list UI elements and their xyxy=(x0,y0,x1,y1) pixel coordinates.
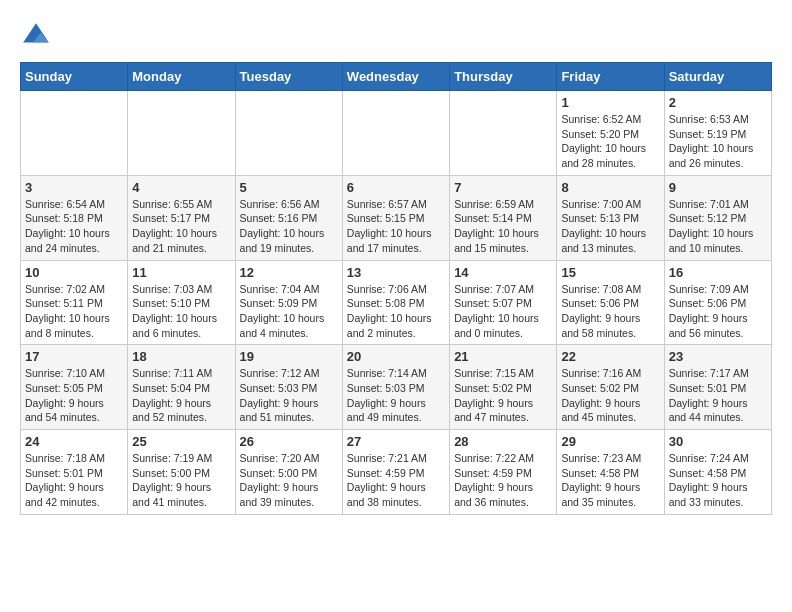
day-number: 27 xyxy=(347,434,445,449)
calendar-cell: 5Sunrise: 6:56 AM Sunset: 5:16 PM Daylig… xyxy=(235,175,342,260)
calendar-cell: 11Sunrise: 7:03 AM Sunset: 5:10 PM Dayli… xyxy=(128,260,235,345)
day-number: 20 xyxy=(347,349,445,364)
logo xyxy=(20,20,56,52)
calendar-cell: 13Sunrise: 7:06 AM Sunset: 5:08 PM Dayli… xyxy=(342,260,449,345)
day-info: Sunrise: 7:20 AM Sunset: 5:00 PM Dayligh… xyxy=(240,451,338,510)
day-number: 8 xyxy=(561,180,659,195)
day-number: 16 xyxy=(669,265,767,280)
day-number: 23 xyxy=(669,349,767,364)
calendar-cell: 17Sunrise: 7:10 AM Sunset: 5:05 PM Dayli… xyxy=(21,345,128,430)
day-info: Sunrise: 7:23 AM Sunset: 4:58 PM Dayligh… xyxy=(561,451,659,510)
logo-icon xyxy=(20,20,52,52)
day-info: Sunrise: 7:00 AM Sunset: 5:13 PM Dayligh… xyxy=(561,197,659,256)
calendar-cell: 6Sunrise: 6:57 AM Sunset: 5:15 PM Daylig… xyxy=(342,175,449,260)
calendar-cell: 16Sunrise: 7:09 AM Sunset: 5:06 PM Dayli… xyxy=(664,260,771,345)
day-info: Sunrise: 6:59 AM Sunset: 5:14 PM Dayligh… xyxy=(454,197,552,256)
calendar: SundayMondayTuesdayWednesdayThursdayFrid… xyxy=(20,62,772,515)
day-info: Sunrise: 7:21 AM Sunset: 4:59 PM Dayligh… xyxy=(347,451,445,510)
day-number: 3 xyxy=(25,180,123,195)
calendar-cell xyxy=(128,91,235,176)
day-number: 14 xyxy=(454,265,552,280)
calendar-cell: 15Sunrise: 7:08 AM Sunset: 5:06 PM Dayli… xyxy=(557,260,664,345)
calendar-cell xyxy=(342,91,449,176)
day-info: Sunrise: 7:11 AM Sunset: 5:04 PM Dayligh… xyxy=(132,366,230,425)
day-info: Sunrise: 7:19 AM Sunset: 5:00 PM Dayligh… xyxy=(132,451,230,510)
calendar-cell: 22Sunrise: 7:16 AM Sunset: 5:02 PM Dayli… xyxy=(557,345,664,430)
day-number: 29 xyxy=(561,434,659,449)
day-info: Sunrise: 6:55 AM Sunset: 5:17 PM Dayligh… xyxy=(132,197,230,256)
day-number: 21 xyxy=(454,349,552,364)
calendar-cell: 8Sunrise: 7:00 AM Sunset: 5:13 PM Daylig… xyxy=(557,175,664,260)
calendar-cell: 12Sunrise: 7:04 AM Sunset: 5:09 PM Dayli… xyxy=(235,260,342,345)
day-info: Sunrise: 7:10 AM Sunset: 5:05 PM Dayligh… xyxy=(25,366,123,425)
calendar-cell: 21Sunrise: 7:15 AM Sunset: 5:02 PM Dayli… xyxy=(450,345,557,430)
calendar-week-3: 10Sunrise: 7:02 AM Sunset: 5:11 PM Dayli… xyxy=(21,260,772,345)
day-number: 2 xyxy=(669,95,767,110)
column-header-tuesday: Tuesday xyxy=(235,63,342,91)
calendar-week-4: 17Sunrise: 7:10 AM Sunset: 5:05 PM Dayli… xyxy=(21,345,772,430)
day-number: 12 xyxy=(240,265,338,280)
column-header-sunday: Sunday xyxy=(21,63,128,91)
column-header-thursday: Thursday xyxy=(450,63,557,91)
day-info: Sunrise: 7:14 AM Sunset: 5:03 PM Dayligh… xyxy=(347,366,445,425)
calendar-cell xyxy=(235,91,342,176)
day-info: Sunrise: 6:57 AM Sunset: 5:15 PM Dayligh… xyxy=(347,197,445,256)
calendar-cell: 3Sunrise: 6:54 AM Sunset: 5:18 PM Daylig… xyxy=(21,175,128,260)
day-number: 6 xyxy=(347,180,445,195)
calendar-cell: 23Sunrise: 7:17 AM Sunset: 5:01 PM Dayli… xyxy=(664,345,771,430)
calendar-week-1: 1Sunrise: 6:52 AM Sunset: 5:20 PM Daylig… xyxy=(21,91,772,176)
day-info: Sunrise: 6:52 AM Sunset: 5:20 PM Dayligh… xyxy=(561,112,659,171)
column-header-wednesday: Wednesday xyxy=(342,63,449,91)
calendar-cell: 24Sunrise: 7:18 AM Sunset: 5:01 PM Dayli… xyxy=(21,430,128,515)
day-info: Sunrise: 6:53 AM Sunset: 5:19 PM Dayligh… xyxy=(669,112,767,171)
page-header xyxy=(20,20,772,52)
day-info: Sunrise: 7:03 AM Sunset: 5:10 PM Dayligh… xyxy=(132,282,230,341)
calendar-week-2: 3Sunrise: 6:54 AM Sunset: 5:18 PM Daylig… xyxy=(21,175,772,260)
calendar-cell: 28Sunrise: 7:22 AM Sunset: 4:59 PM Dayli… xyxy=(450,430,557,515)
calendar-cell: 10Sunrise: 7:02 AM Sunset: 5:11 PM Dayli… xyxy=(21,260,128,345)
day-info: Sunrise: 7:18 AM Sunset: 5:01 PM Dayligh… xyxy=(25,451,123,510)
day-number: 18 xyxy=(132,349,230,364)
day-number: 7 xyxy=(454,180,552,195)
day-info: Sunrise: 7:22 AM Sunset: 4:59 PM Dayligh… xyxy=(454,451,552,510)
calendar-cell: 19Sunrise: 7:12 AM Sunset: 5:03 PM Dayli… xyxy=(235,345,342,430)
calendar-cell: 7Sunrise: 6:59 AM Sunset: 5:14 PM Daylig… xyxy=(450,175,557,260)
day-number: 22 xyxy=(561,349,659,364)
calendar-cell: 25Sunrise: 7:19 AM Sunset: 5:00 PM Dayli… xyxy=(128,430,235,515)
column-header-saturday: Saturday xyxy=(664,63,771,91)
day-number: 25 xyxy=(132,434,230,449)
day-info: Sunrise: 6:56 AM Sunset: 5:16 PM Dayligh… xyxy=(240,197,338,256)
calendar-cell: 20Sunrise: 7:14 AM Sunset: 5:03 PM Dayli… xyxy=(342,345,449,430)
day-info: Sunrise: 7:04 AM Sunset: 5:09 PM Dayligh… xyxy=(240,282,338,341)
day-number: 9 xyxy=(669,180,767,195)
calendar-cell: 4Sunrise: 6:55 AM Sunset: 5:17 PM Daylig… xyxy=(128,175,235,260)
day-number: 5 xyxy=(240,180,338,195)
calendar-cell xyxy=(21,91,128,176)
calendar-cell: 26Sunrise: 7:20 AM Sunset: 5:00 PM Dayli… xyxy=(235,430,342,515)
calendar-cell: 30Sunrise: 7:24 AM Sunset: 4:58 PM Dayli… xyxy=(664,430,771,515)
day-number: 19 xyxy=(240,349,338,364)
calendar-cell: 27Sunrise: 7:21 AM Sunset: 4:59 PM Dayli… xyxy=(342,430,449,515)
day-info: Sunrise: 7:16 AM Sunset: 5:02 PM Dayligh… xyxy=(561,366,659,425)
calendar-cell: 18Sunrise: 7:11 AM Sunset: 5:04 PM Dayli… xyxy=(128,345,235,430)
day-number: 15 xyxy=(561,265,659,280)
day-info: Sunrise: 7:06 AM Sunset: 5:08 PM Dayligh… xyxy=(347,282,445,341)
column-header-friday: Friday xyxy=(557,63,664,91)
calendar-cell: 9Sunrise: 7:01 AM Sunset: 5:12 PM Daylig… xyxy=(664,175,771,260)
calendar-cell: 29Sunrise: 7:23 AM Sunset: 4:58 PM Dayli… xyxy=(557,430,664,515)
day-info: Sunrise: 7:09 AM Sunset: 5:06 PM Dayligh… xyxy=(669,282,767,341)
day-number: 13 xyxy=(347,265,445,280)
day-info: Sunrise: 7:08 AM Sunset: 5:06 PM Dayligh… xyxy=(561,282,659,341)
day-info: Sunrise: 7:15 AM Sunset: 5:02 PM Dayligh… xyxy=(454,366,552,425)
day-info: Sunrise: 7:02 AM Sunset: 5:11 PM Dayligh… xyxy=(25,282,123,341)
day-number: 17 xyxy=(25,349,123,364)
calendar-header-row: SundayMondayTuesdayWednesdayThursdayFrid… xyxy=(21,63,772,91)
day-number: 26 xyxy=(240,434,338,449)
column-header-monday: Monday xyxy=(128,63,235,91)
day-number: 11 xyxy=(132,265,230,280)
day-number: 10 xyxy=(25,265,123,280)
day-info: Sunrise: 7:07 AM Sunset: 5:07 PM Dayligh… xyxy=(454,282,552,341)
day-number: 30 xyxy=(669,434,767,449)
day-info: Sunrise: 7:17 AM Sunset: 5:01 PM Dayligh… xyxy=(669,366,767,425)
day-number: 1 xyxy=(561,95,659,110)
